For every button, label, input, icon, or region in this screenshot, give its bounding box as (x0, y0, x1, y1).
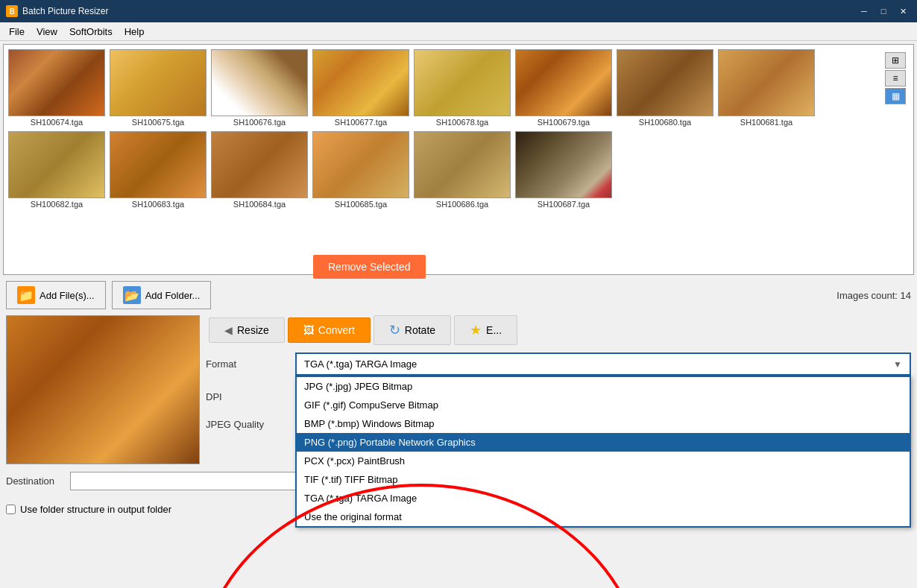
thumb-label: SH100687.tga (538, 200, 590, 209)
gallery-scroll: SH100674.tgaSH100675.tgaSH100676.tgaSH10… (4, 45, 913, 274)
add-folder-label: Add Folder... (145, 290, 201, 301)
images-count: Images count: 14 (836, 290, 911, 301)
format-option[interactable]: PCX (*.pcx) PaintBrush (297, 452, 910, 470)
app-icon: B (6, 5, 18, 17)
format-dropdown-list: JPG (*.jpg) JPEG BitmapGIF (*.gif) Compu… (295, 376, 911, 528)
view-buttons: ⊞ ≡ ▦ (885, 52, 906, 104)
list-item[interactable]: SH100677.tga (311, 48, 411, 128)
thumb-label: SH100675.tga (132, 118, 184, 127)
format-select-box[interactable]: TGA (*.tga) TARGA Image ▼ (295, 353, 911, 376)
view-thumbnails-btn[interactable]: ⊞ (885, 52, 906, 69)
list-item[interactable]: SH100678.tga (412, 48, 512, 128)
thumb-label: SH100679.tga (538, 118, 590, 127)
list-item[interactable]: SH100682.tga (7, 130, 107, 210)
add-files-button[interactable]: 📁 Add File(s)... (6, 281, 106, 309)
format-label: Format (206, 358, 295, 370)
dpi-label: DPI (206, 391, 295, 402)
list-item[interactable]: SH100675.tga (108, 48, 208, 128)
menu-file[interactable]: File (3, 25, 31, 39)
list-item[interactable]: SH100676.tga (209, 48, 309, 128)
format-select-container: TGA (*.tga) TARGA Image ▼ JPG (*.jpg) JP… (295, 353, 911, 376)
menu-softorbits[interactable]: SoftOrbits (63, 25, 119, 39)
format-option[interactable]: Use the original format (297, 508, 910, 526)
convert-icon: 🖼 (303, 324, 314, 336)
convert-label: Convert (318, 324, 355, 336)
thumb-label: SH100674.tga (31, 118, 83, 127)
dropdown-arrow-icon: ▼ (893, 359, 902, 370)
tab-effects[interactable]: ★ E... (454, 315, 517, 345)
effects-label: E... (486, 324, 502, 336)
list-item[interactable]: SH100685.tga (311, 130, 411, 210)
thumb-label: SH100677.tga (335, 118, 387, 127)
view-list-btn[interactable]: ≡ (885, 70, 906, 86)
menu-view[interactable]: View (31, 25, 63, 39)
format-option[interactable]: BMP (*.bmp) Windows Bitmap (297, 414, 910, 433)
maximize-button[interactable]: □ (875, 4, 892, 18)
jpeg-quality-label: JPEG Quality (206, 419, 295, 430)
tab-resize[interactable]: ◀ Resize (209, 317, 285, 343)
use-folder-structure-checkbox[interactable] (6, 505, 16, 514)
menubar: File View SoftOrbits Help (0, 22, 917, 41)
remove-selected-container: Remove Selected (313, 255, 426, 279)
format-option[interactable]: TIF (*.tif) TIFF Bitmap (297, 470, 910, 489)
thumb-label: SH100676.tga (233, 118, 286, 127)
thumb-label: SH100685.tga (335, 200, 387, 209)
add-folder-button[interactable]: 📂 Add Folder... (112, 281, 212, 309)
close-button[interactable]: ✕ (895, 4, 911, 18)
resize-icon: ◀ (224, 324, 233, 336)
list-item[interactable]: SH100680.tga (615, 48, 715, 128)
format-option[interactable]: TGA (*.tga) TARGA Image (297, 489, 910, 508)
destination-label: Destination (6, 475, 66, 487)
left-preview-image (6, 315, 200, 464)
thumb-label: SH100678.tga (436, 118, 488, 127)
titlebar: B Batch Picture Resizer ─ □ ✕ (0, 0, 917, 22)
app-title: Batch Picture Resizer (22, 6, 851, 16)
list-item[interactable]: SH100681.tga (716, 48, 816, 128)
work-area: Remove Selected ◀ Resize 🖼 Convert ↻ Rot… (0, 312, 917, 467)
effects-icon: ★ (470, 322, 482, 338)
view-grid-btn[interactable]: ▦ (885, 88, 906, 104)
add-files-icon: 📁 (17, 286, 35, 304)
add-files-label: Add File(s)... (40, 290, 95, 301)
list-item[interactable]: SH100679.tga (514, 48, 614, 128)
toolbar-row: Remove Selected ◀ Resize 🖼 Convert ↻ Rot… (206, 315, 911, 345)
format-option[interactable]: PNG (*.png) Portable Network Graphics (297, 433, 910, 452)
list-item[interactable]: SH100683.tga (108, 130, 208, 210)
thumb-label: SH100682.tga (31, 200, 83, 209)
thumb-label: SH100684.tga (233, 200, 286, 209)
list-item[interactable]: SH100686.tga (412, 130, 512, 210)
thumb-label: SH100681.tga (740, 118, 792, 127)
format-option[interactable]: JPG (*.jpg) JPEG Bitmap (297, 377, 910, 396)
tab-rotate[interactable]: ↻ Rotate (374, 315, 451, 345)
format-option[interactable]: GIF (*.gif) CompuServe Bitmap (297, 396, 910, 414)
thumb-label: SH100683.tga (132, 200, 184, 209)
add-files-row: 📁 Add File(s)... 📂 Add Folder... Images … (0, 278, 917, 312)
form-panel: Remove Selected ◀ Resize 🖼 Convert ↻ Rot… (206, 315, 911, 464)
thumb-label: SH100680.tga (639, 118, 691, 127)
tab-convert[interactable]: 🖼 Convert (288, 317, 371, 343)
format-row: Format TGA (*.tga) TARGA Image ▼ JPG (*.… (206, 353, 911, 376)
list-item[interactable]: SH100687.tga (514, 130, 614, 210)
rotate-icon: ↻ (389, 322, 400, 338)
rotate-label: Rotate (405, 324, 435, 336)
add-folder-icon: 📂 (123, 286, 141, 304)
folder-structure-row: Use folder structure in output folder (6, 504, 171, 515)
menu-help[interactable]: Help (119, 25, 151, 39)
use-folder-structure-label: Use folder structure in output folder (20, 504, 171, 515)
list-item[interactable]: SH100684.tga (209, 130, 309, 210)
minimize-button[interactable]: ─ (856, 4, 872, 18)
list-item[interactable]: SH100674.tga (7, 48, 107, 128)
window-controls: ─ □ ✕ (856, 4, 911, 18)
image-gallery: SH100674.tgaSH100675.tgaSH100676.tgaSH10… (3, 44, 914, 275)
resize-label: Resize (237, 324, 269, 336)
thumb-label: SH100686.tga (436, 200, 488, 209)
format-selected-value: TGA (*.tga) TARGA Image (304, 358, 417, 370)
remove-selected-floating-button[interactable]: Remove Selected (313, 255, 426, 279)
main-container: SH100674.tgaSH100675.tgaSH100676.tgaSH10… (0, 41, 917, 588)
